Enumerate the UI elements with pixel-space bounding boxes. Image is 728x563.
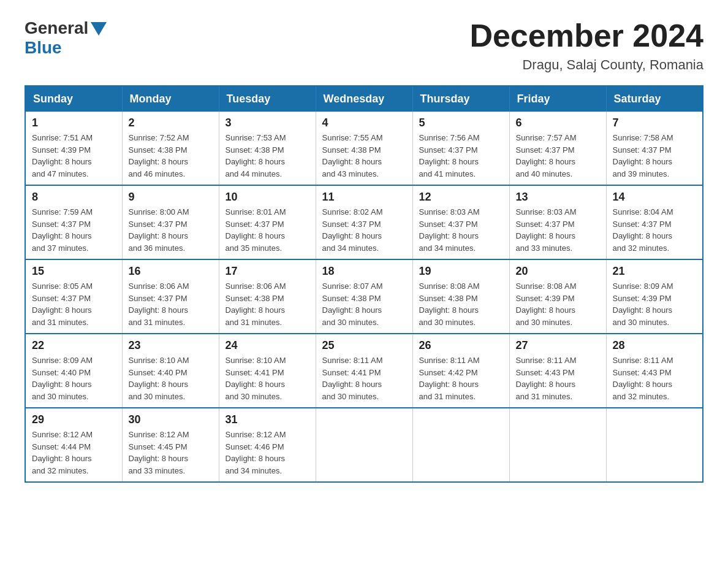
day-info: Sunrise: 7:55 AM Sunset: 4:38 PM Dayligh…: [322, 132, 406, 180]
day-number: 22: [32, 339, 116, 352]
page-header: General Blue December 2024 Dragu, Salaj …: [25, 18, 703, 73]
day-number: 19: [419, 265, 503, 278]
logo-general-text: General: [25, 18, 88, 38]
header-day-thursday: Thursday: [412, 86, 509, 112]
day-number: 11: [322, 191, 406, 204]
day-number: 31: [226, 413, 309, 426]
calendar-table: SundayMondayTuesdayWednesdayThursdayFrid…: [25, 85, 703, 483]
day-info: Sunrise: 8:06 AM Sunset: 4:37 PM Dayligh…: [129, 280, 213, 328]
day-cell: 16 Sunrise: 8:06 AM Sunset: 4:37 PM Dayl…: [122, 259, 219, 334]
day-cell: 2 Sunrise: 7:52 AM Sunset: 4:38 PM Dayli…: [122, 112, 219, 185]
day-cell: [316, 408, 412, 482]
day-info: Sunrise: 8:02 AM Sunset: 4:37 PM Dayligh…: [322, 206, 406, 254]
logo: General Blue: [25, 18, 107, 58]
day-cell: 23 Sunrise: 8:10 AM Sunset: 4:40 PM Dayl…: [122, 334, 219, 408]
day-number: 18: [322, 265, 406, 278]
week-row-3: 15 Sunrise: 8:05 AM Sunset: 4:37 PM Dayl…: [25, 259, 703, 334]
day-cell: 24 Sunrise: 8:10 AM Sunset: 4:41 PM Dayl…: [219, 334, 316, 408]
day-cell: 4 Sunrise: 7:55 AM Sunset: 4:38 PM Dayli…: [316, 112, 412, 185]
day-number: 15: [32, 265, 116, 278]
day-cell: 15 Sunrise: 8:05 AM Sunset: 4:37 PM Dayl…: [25, 259, 122, 334]
day-number: 30: [129, 413, 213, 426]
week-row-1: 1 Sunrise: 7:51 AM Sunset: 4:39 PM Dayli…: [25, 112, 703, 185]
day-cell: 5 Sunrise: 7:56 AM Sunset: 4:37 PM Dayli…: [412, 112, 509, 185]
week-row-2: 8 Sunrise: 7:59 AM Sunset: 4:37 PM Dayli…: [25, 185, 703, 259]
day-info: Sunrise: 8:10 AM Sunset: 4:41 PM Dayligh…: [226, 354, 309, 402]
day-info: Sunrise: 7:59 AM Sunset: 4:37 PM Dayligh…: [32, 206, 116, 254]
day-number: 26: [419, 339, 503, 352]
day-info: Sunrise: 8:11 AM Sunset: 4:42 PM Dayligh…: [419, 354, 503, 402]
day-info: Sunrise: 8:03 AM Sunset: 4:37 PM Dayligh…: [516, 206, 600, 254]
svg-marker-0: [91, 22, 107, 36]
day-cell: 25 Sunrise: 8:11 AM Sunset: 4:41 PM Dayl…: [316, 334, 412, 408]
day-info: Sunrise: 8:06 AM Sunset: 4:38 PM Dayligh…: [226, 280, 309, 328]
day-info: Sunrise: 8:04 AM Sunset: 4:37 PM Dayligh…: [613, 206, 697, 254]
day-info: Sunrise: 7:58 AM Sunset: 4:37 PM Dayligh…: [613, 132, 697, 180]
day-info: Sunrise: 8:10 AM Sunset: 4:40 PM Dayligh…: [129, 354, 213, 402]
day-cell: 18 Sunrise: 8:07 AM Sunset: 4:38 PM Dayl…: [316, 259, 412, 334]
day-number: 13: [516, 191, 600, 204]
title-block: December 2024 Dragu, Salaj County, Roman…: [469, 18, 703, 73]
header-day-tuesday: Tuesday: [219, 86, 316, 112]
day-info: Sunrise: 8:11 AM Sunset: 4:43 PM Dayligh…: [516, 354, 600, 402]
day-number: 20: [516, 265, 600, 278]
day-number: 25: [322, 339, 406, 352]
day-number: 12: [419, 191, 503, 204]
day-cell: 20 Sunrise: 8:08 AM Sunset: 4:39 PM Dayl…: [509, 259, 606, 334]
day-cell: 19 Sunrise: 8:08 AM Sunset: 4:38 PM Dayl…: [412, 259, 509, 334]
day-info: Sunrise: 8:09 AM Sunset: 4:40 PM Dayligh…: [32, 354, 116, 402]
day-cell: 6 Sunrise: 7:57 AM Sunset: 4:37 PM Dayli…: [509, 112, 606, 185]
day-number: 10: [226, 191, 309, 204]
day-info: Sunrise: 8:08 AM Sunset: 4:39 PM Dayligh…: [516, 280, 600, 328]
day-number: 14: [613, 191, 697, 204]
day-info: Sunrise: 8:09 AM Sunset: 4:39 PM Dayligh…: [613, 280, 697, 328]
day-cell: 7 Sunrise: 7:58 AM Sunset: 4:37 PM Dayli…: [606, 112, 703, 185]
day-cell: 13 Sunrise: 8:03 AM Sunset: 4:37 PM Dayl…: [509, 185, 606, 259]
day-number: 29: [32, 413, 116, 426]
day-cell: 21 Sunrise: 8:09 AM Sunset: 4:39 PM Dayl…: [606, 259, 703, 334]
day-cell: [509, 408, 606, 482]
day-info: Sunrise: 8:08 AM Sunset: 4:38 PM Dayligh…: [419, 280, 503, 328]
day-number: 2: [129, 117, 213, 129]
header-day-friday: Friday: [509, 86, 606, 112]
header-day-monday: Monday: [122, 86, 219, 112]
day-info: Sunrise: 8:12 AM Sunset: 4:46 PM Dayligh…: [226, 429, 309, 477]
day-number: 9: [129, 191, 213, 204]
day-cell: 12 Sunrise: 8:03 AM Sunset: 4:37 PM Dayl…: [412, 185, 509, 259]
day-cell: 8 Sunrise: 7:59 AM Sunset: 4:37 PM Dayli…: [25, 185, 122, 259]
day-cell: [412, 408, 509, 482]
day-info: Sunrise: 7:53 AM Sunset: 4:38 PM Dayligh…: [226, 132, 309, 180]
day-info: Sunrise: 7:51 AM Sunset: 4:39 PM Dayligh…: [32, 132, 116, 180]
header-day-sunday: Sunday: [25, 86, 122, 112]
day-cell: 17 Sunrise: 8:06 AM Sunset: 4:38 PM Dayl…: [219, 259, 316, 334]
day-number: 1: [32, 117, 116, 129]
logo-triangle-icon: [91, 22, 107, 36]
day-cell: 30 Sunrise: 8:12 AM Sunset: 4:45 PM Dayl…: [122, 408, 219, 482]
header-day-saturday: Saturday: [606, 86, 703, 112]
day-info: Sunrise: 8:11 AM Sunset: 4:41 PM Dayligh…: [322, 354, 406, 402]
day-info: Sunrise: 8:12 AM Sunset: 4:45 PM Dayligh…: [129, 429, 213, 477]
day-cell: 26 Sunrise: 8:11 AM Sunset: 4:42 PM Dayl…: [412, 334, 509, 408]
day-number: 27: [516, 339, 600, 352]
location-title: Dragu, Salaj County, Romania: [469, 57, 703, 73]
logo-blue-text: Blue: [25, 38, 62, 58]
day-cell: 29 Sunrise: 8:12 AM Sunset: 4:44 PM Dayl…: [25, 408, 122, 482]
day-cell: 1 Sunrise: 7:51 AM Sunset: 4:39 PM Dayli…: [25, 112, 122, 185]
day-cell: 9 Sunrise: 8:00 AM Sunset: 4:37 PM Dayli…: [122, 185, 219, 259]
day-cell: 14 Sunrise: 8:04 AM Sunset: 4:37 PM Dayl…: [606, 185, 703, 259]
day-number: 21: [613, 265, 697, 278]
header-day-wednesday: Wednesday: [316, 86, 412, 112]
day-cell: 27 Sunrise: 8:11 AM Sunset: 4:43 PM Dayl…: [509, 334, 606, 408]
week-row-4: 22 Sunrise: 8:09 AM Sunset: 4:40 PM Dayl…: [25, 334, 703, 408]
day-cell: 3 Sunrise: 7:53 AM Sunset: 4:38 PM Dayli…: [219, 112, 316, 185]
day-number: 28: [613, 339, 697, 352]
day-cell: 10 Sunrise: 8:01 AM Sunset: 4:37 PM Dayl…: [219, 185, 316, 259]
week-row-5: 29 Sunrise: 8:12 AM Sunset: 4:44 PM Dayl…: [25, 408, 703, 482]
month-title: December 2024: [469, 18, 703, 53]
day-info: Sunrise: 8:00 AM Sunset: 4:37 PM Dayligh…: [129, 206, 213, 254]
day-cell: 31 Sunrise: 8:12 AM Sunset: 4:46 PM Dayl…: [219, 408, 316, 482]
day-info: Sunrise: 8:12 AM Sunset: 4:44 PM Dayligh…: [32, 429, 116, 477]
day-number: 16: [129, 265, 213, 278]
day-cell: 22 Sunrise: 8:09 AM Sunset: 4:40 PM Dayl…: [25, 334, 122, 408]
header-row: SundayMondayTuesdayWednesdayThursdayFrid…: [25, 86, 703, 112]
